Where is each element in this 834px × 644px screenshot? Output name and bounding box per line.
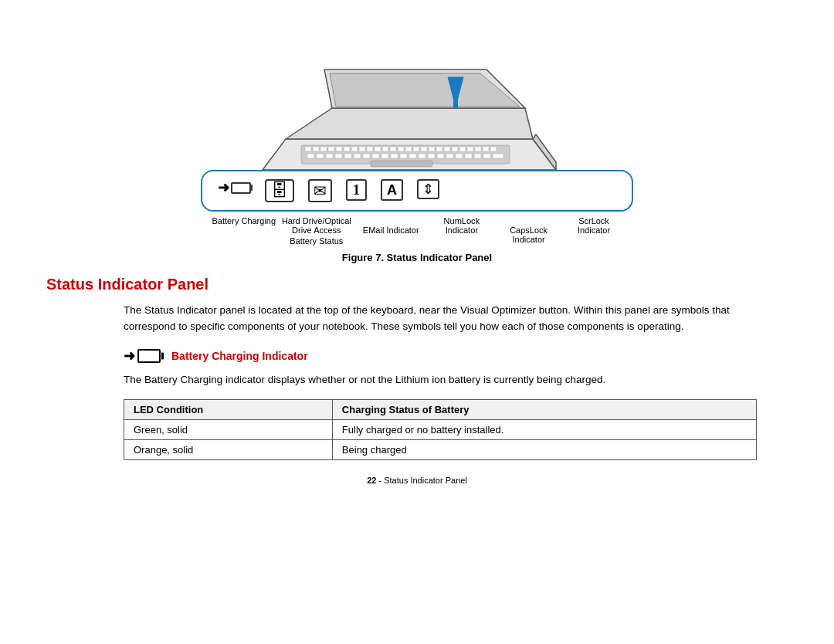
svg-rect-39	[419, 154, 425, 158]
subsection-title: Battery Charging Indicator	[171, 350, 308, 362]
charging-description: The Battery Charging indicator displays …	[124, 372, 757, 388]
svg-rect-21	[452, 147, 458, 151]
svg-rect-6	[336, 147, 342, 151]
table-row: Green, solidFully charged or no battery …	[124, 419, 757, 439]
battery-icon	[137, 349, 161, 363]
svg-rect-35	[381, 154, 388, 158]
svg-rect-29	[326, 154, 333, 158]
svg-rect-13	[390, 147, 396, 151]
indicator-bar: ➜ 🗄 ✉ 1 A	[201, 170, 633, 212]
section-body-text: The Status Indicator panel is located at…	[124, 303, 757, 335]
svg-rect-12	[382, 147, 388, 151]
svg-rect-9	[359, 147, 365, 151]
email-indicator: ✉	[308, 179, 332, 202]
svg-rect-43	[456, 154, 463, 158]
charging-status-cell: Fully charged or no battery installed.	[332, 419, 756, 439]
svg-rect-41	[437, 154, 444, 158]
numlock-icon: 1	[346, 179, 367, 201]
battery-charging-indicator: ➜	[218, 179, 251, 196]
svg-rect-54	[453, 77, 458, 108]
capslock-indicator: A	[381, 179, 403, 201]
led-condition-cell: Orange, solid	[124, 439, 333, 459]
hard-drive-label: Hard Drive/OpticalDrive Access Battery S…	[280, 216, 354, 246]
svg-rect-33	[363, 154, 370, 158]
battery-charging-label: Battery Charging	[208, 216, 280, 246]
section-heading: Status Indicator Panel	[46, 276, 788, 293]
svg-rect-46	[483, 154, 490, 158]
svg-rect-26	[490, 147, 497, 151]
svg-rect-2	[305, 147, 311, 151]
svg-rect-8	[351, 147, 358, 151]
svg-rect-37	[400, 154, 407, 158]
svg-rect-24	[475, 147, 481, 151]
page: ➜ 🗄 ✉ 1 A	[0, 0, 834, 644]
svg-rect-28	[317, 154, 324, 158]
figure-caption: Figure 7. Status Indicator Panel	[46, 252, 788, 263]
scrlock-icon: ⇕	[417, 179, 439, 199]
svg-rect-10	[367, 147, 373, 151]
svg-rect-25	[483, 147, 489, 151]
indicator-labels: Battery Charging Hard Drive/OpticalDrive…	[201, 216, 633, 246]
capslock-icon: A	[381, 179, 403, 201]
svg-rect-23	[467, 147, 473, 151]
svg-rect-34	[372, 154, 379, 158]
email-label: EMail Indicator	[354, 225, 428, 246]
svg-rect-30	[335, 154, 342, 158]
svg-rect-44	[465, 154, 472, 158]
svg-rect-11	[375, 147, 381, 151]
svg-rect-4	[320, 147, 327, 151]
table-header-row: LED Condition Charging Status of Battery	[124, 399, 757, 419]
svg-rect-45	[474, 154, 481, 158]
svg-rect-38	[409, 154, 416, 158]
section-body: The Status Indicator panel is located at…	[124, 303, 757, 335]
led-condition-cell: Green, solid	[124, 419, 333, 439]
numlock-label: NumLockIndicator	[428, 216, 495, 246]
svg-rect-47	[493, 154, 503, 158]
battery-subsection: ➜ Battery Charging Indicator	[124, 347, 788, 364]
svg-rect-16	[413, 147, 419, 151]
diagram-area: ➜ 🗄 ✉ 1 A	[46, 15, 788, 246]
hard-drive-indicator: 🗄	[265, 179, 294, 202]
capslock-label: CapsLock Indicator	[495, 225, 562, 246]
svg-rect-18	[429, 147, 435, 151]
arrow-icon: ➜	[124, 347, 135, 364]
charging-status-cell: Being charged	[332, 439, 756, 459]
svg-rect-20	[444, 147, 450, 151]
svg-rect-7	[344, 147, 350, 151]
svg-rect-5	[328, 147, 334, 151]
scrlock-indicator: ⇕	[417, 179, 439, 199]
svg-marker-50	[286, 108, 533, 139]
svg-rect-36	[391, 154, 398, 158]
svg-rect-27	[307, 154, 314, 158]
svg-rect-3	[313, 147, 319, 151]
svg-rect-14	[398, 147, 404, 151]
battery-charging-icon: ➜	[218, 179, 251, 196]
svg-rect-31	[344, 154, 351, 158]
laptop-illustration	[216, 15, 618, 178]
hard-drive-icon: 🗄	[265, 179, 294, 202]
svg-rect-15	[405, 147, 412, 151]
numlock-indicator: 1	[346, 179, 367, 201]
svg-rect-32	[354, 154, 361, 158]
battery-subsection-icon: ➜	[124, 347, 161, 364]
col2-header: Charging Status of Battery	[332, 399, 756, 419]
svg-rect-48	[371, 161, 432, 167]
email-icon: ✉	[308, 179, 332, 202]
page-footer: 22 - Status Indicator Panel	[46, 476, 788, 485]
svg-rect-42	[446, 154, 453, 158]
scrlock-label: ScrLockIndicator	[562, 216, 626, 246]
led-condition-table: LED Condition Charging Status of Battery…	[124, 399, 757, 460]
svg-rect-17	[421, 147, 427, 151]
page-number: 22 - Status Indicator Panel	[367, 476, 467, 485]
col1-header: LED Condition	[124, 399, 333, 419]
svg-rect-22	[459, 147, 466, 151]
svg-rect-40	[428, 154, 435, 158]
svg-rect-19	[436, 147, 442, 151]
table-row: Orange, solidBeing charged	[124, 439, 757, 459]
